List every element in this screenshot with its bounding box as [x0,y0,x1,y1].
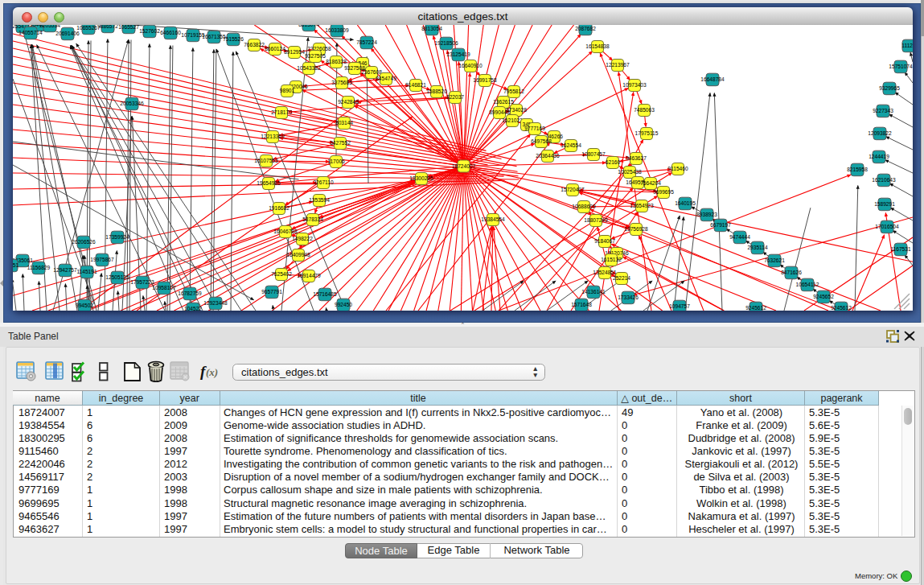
svg-text:16409948: 16409948 [286,252,310,257]
svg-text:20691406: 20691406 [55,31,80,36]
svg-text:1916682: 1916682 [269,205,290,211]
svg-text:16210643: 16210643 [872,177,896,183]
svg-text:17359924: 17359924 [105,234,129,240]
svg-text:16782759: 16782759 [178,290,202,296]
svg-text:8427552: 8427552 [330,140,351,146]
svg-text:8660124: 8660124 [265,46,285,51]
svg-text:15716485: 15716485 [313,291,337,297]
svg-text:16154838: 16154838 [585,43,610,49]
svg-text:17975115: 17975115 [635,130,659,136]
svg-text:9886572: 9886572 [97,25,118,29]
svg-text:26206526: 26206526 [72,239,96,245]
svg-text:19975867: 19975867 [90,257,114,262]
svg-text:16046788: 16046788 [273,229,298,234]
svg-text:8215958: 8215958 [847,167,868,172]
svg-text:3267110: 3267110 [313,179,334,185]
svg-text:9242848: 9242848 [338,99,359,105]
svg-text:5878334: 5878334 [302,216,323,222]
svg-text:9474444: 9474444 [729,234,750,240]
svg-text:1244419: 1244419 [869,154,889,159]
svg-text:16640910: 16640910 [458,63,483,68]
svg-text:12942757: 12942757 [53,267,77,273]
svg-text:98901: 98901 [280,88,295,93]
svg-text:9699695: 9699695 [653,189,674,195]
svg-text:1167531: 1167531 [890,246,911,252]
svg-text:19654985: 19654985 [257,180,281,186]
svg-text:2205534: 2205534 [39,25,60,28]
svg-text:9657791: 9657791 [261,289,282,295]
svg-text:9115460: 9115460 [667,166,688,171]
svg-text:117006: 117006 [327,159,345,164]
svg-text:16107553: 16107553 [254,158,278,163]
svg-text:1362615: 1362615 [493,99,514,105]
svg-text:10025438: 10025438 [618,169,642,175]
svg-text:19756928: 19756928 [624,226,648,232]
svg-text:10958107: 10958107 [152,285,176,290]
svg-text:992450: 992450 [335,302,352,307]
svg-text:9184067: 9184067 [594,238,615,244]
svg-text:19384554: 19384554 [481,216,505,222]
svg-text:994502: 994502 [76,303,93,308]
svg-text:2367608: 2367608 [361,69,382,75]
svg-text:12505135: 12505135 [105,274,129,280]
svg-text:1624554: 1624554 [561,142,581,148]
svg-text:20053346: 20053346 [120,101,144,106]
svg-text:7485063: 7485063 [634,107,655,113]
svg-text:9463627: 9463627 [626,155,647,161]
svg-text:6497568: 6497568 [531,138,552,144]
svg-text:11156829: 11156829 [27,265,51,270]
svg-text:16033809: 16033809 [325,27,349,33]
svg-text:9227343: 9227343 [873,108,893,113]
svg-text:7632621: 7632621 [764,257,785,263]
svg-text:14055714: 14055714 [18,30,43,35]
svg-text:12213369: 12213369 [261,134,285,139]
svg-text:62160: 62160 [606,159,621,165]
svg-text:8471626: 8471626 [781,270,802,275]
svg-text:6466160: 6466160 [160,30,181,35]
svg-text:12213967: 12213967 [606,62,630,68]
svg-text:822037: 822037 [446,94,464,100]
svg-text:1498222: 1498222 [292,236,313,241]
svg-text:8912954: 8912954 [284,49,305,55]
svg-text:9245612: 9245612 [745,305,766,311]
svg-text:16991758: 16991758 [473,77,497,83]
svg-text:7515526: 7515526 [223,36,244,42]
svg-text:8813054: 8813054 [421,26,442,31]
svg-text:7663822: 7663822 [244,42,265,47]
svg-text:17957223: 17957223 [130,279,154,285]
svg-text:13654923: 13654923 [630,203,654,208]
svg-text:8938923: 8938923 [696,212,717,217]
svg-text:1571648: 1571648 [571,302,592,307]
svg-text:1527602: 1527602 [139,28,160,34]
svg-text:16914479: 16914479 [297,273,321,278]
svg-text:16648784: 16648784 [700,76,725,82]
svg-text:18724007: 18724007 [452,163,476,169]
svg-text:9245612: 9245612 [831,305,852,311]
svg-text:2087682: 2087682 [575,26,596,31]
svg-text:9777169: 9777169 [524,126,545,131]
svg-text:12923448: 12923448 [203,300,228,306]
svg-text:7857224: 7857224 [356,39,377,45]
svg-text:1145191: 1145191 [76,269,97,274]
svg-text:18300295: 18300295 [409,175,433,181]
svg-text:3375685: 3375685 [331,80,352,85]
svg-text:20364436: 20364436 [536,153,560,159]
svg-text:14136141: 14136141 [581,289,606,295]
svg-text:10654112: 10654112 [796,282,819,287]
svg-text:104522: 104522 [184,306,202,311]
svg-text:1588520: 1588520 [426,89,447,94]
svg-text:39151: 39151 [13,262,18,268]
svg-text:1733426: 1733426 [618,295,639,300]
svg-text:9329965: 9329965 [879,85,900,91]
svg-text:8186328: 8186328 [326,59,347,64]
svg-text:7955812: 7955812 [503,89,524,94]
svg-text:12093822: 12093822 [868,130,892,136]
svg-text:1621022: 1621022 [502,117,523,123]
svg-text:2718170: 2718170 [271,109,292,115]
svg-text:803144: 803144 [335,120,353,126]
svg-text:1640195: 1640195 [675,200,696,206]
svg-text:2935114: 2935114 [747,245,768,250]
svg-text:6734028: 6734028 [506,107,527,113]
svg-text:1094757: 1094757 [669,303,690,309]
svg-text:9245652: 9245652 [813,294,834,299]
